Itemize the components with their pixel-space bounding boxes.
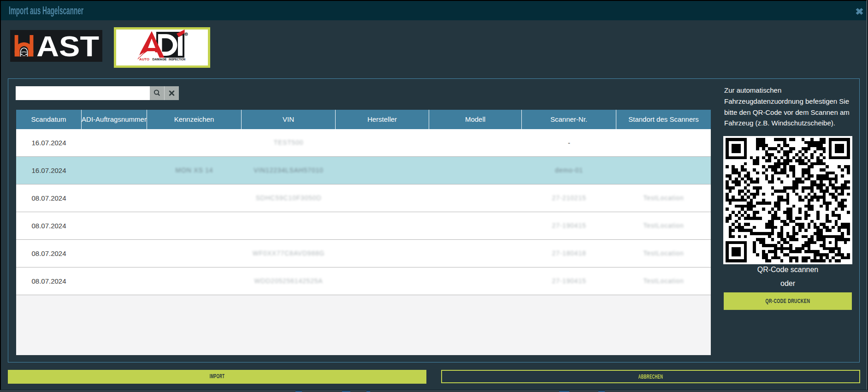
svg-text:INSPECTION: INSPECTION: [169, 57, 185, 61]
svg-text:AST: AST: [36, 30, 99, 62]
svg-text:R: R: [185, 33, 188, 36]
svg-text:DAMAGE: DAMAGE: [153, 57, 167, 61]
svg-text:AUTO: AUTO: [139, 57, 149, 61]
